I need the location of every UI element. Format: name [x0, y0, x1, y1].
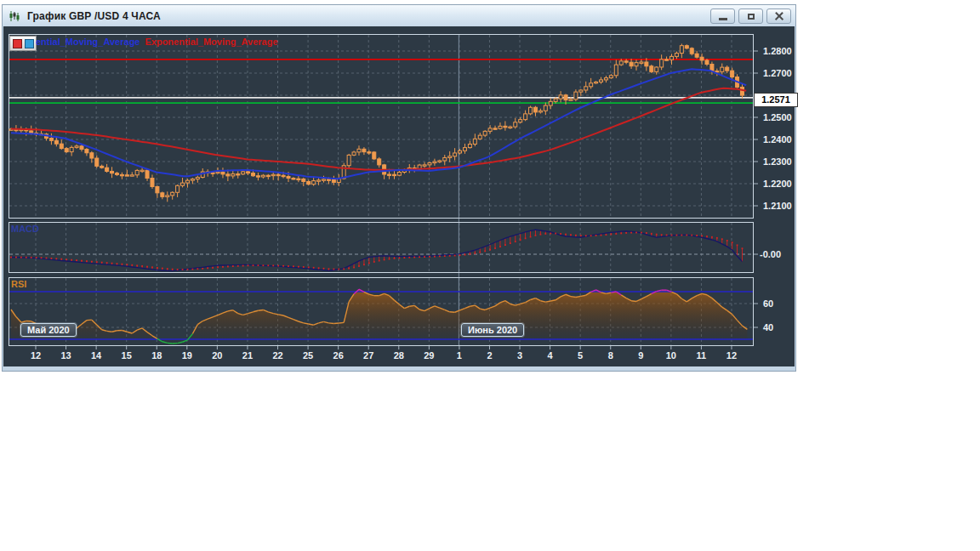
svg-text:5: 5 — [578, 350, 583, 361]
macd-panel-label: MACD — [11, 224, 39, 234]
svg-text:8: 8 — [608, 350, 613, 361]
svg-text:28: 28 — [394, 350, 404, 361]
svg-text:12: 12 — [726, 350, 737, 361]
svg-text:22: 22 — [272, 350, 282, 361]
price-levels — [9, 60, 753, 103]
legend-color-chips[interactable] — [9, 36, 37, 51]
svg-text:-0.00: -0.00 — [760, 249, 781, 259]
svg-text:26: 26 — [333, 350, 344, 361]
svg-text:1.2800: 1.2800 — [763, 46, 792, 56]
svg-text:12: 12 — [31, 350, 41, 361]
month-label-may: Май 2020 — [20, 323, 77, 337]
svg-text:4: 4 — [548, 350, 554, 361]
svg-text:13: 13 — [60, 350, 71, 361]
svg-text:29: 29 — [424, 350, 434, 361]
svg-text:2: 2 — [487, 350, 492, 361]
current-price-badge: 1.2571 — [754, 93, 798, 107]
svg-text:1.2100: 1.2100 — [763, 201, 792, 211]
chart-canvas[interactable]: 1.28001.27001.25001.24001.23001.22001.21… — [0, 0, 980, 551]
rsi-panel-label: RSI — [11, 279, 26, 289]
svg-text:1.2200: 1.2200 — [763, 179, 792, 189]
svg-text:18: 18 — [151, 350, 162, 361]
svg-text:19: 19 — [182, 350, 192, 361]
svg-text:1.2300: 1.2300 — [763, 156, 792, 167]
svg-text:40: 40 — [763, 322, 773, 332]
svg-text:27: 27 — [363, 350, 373, 361]
svg-text:1: 1 — [457, 350, 462, 361]
rsi-plot — [9, 289, 753, 344]
svg-text:21: 21 — [242, 350, 253, 361]
svg-text:20: 20 — [212, 350, 222, 361]
svg-text:11: 11 — [697, 350, 707, 361]
svg-text:60: 60 — [763, 298, 773, 309]
svg-text:1.2400: 1.2400 — [763, 134, 792, 145]
legend-chip-blue[interactable] — [25, 39, 34, 48]
svg-text:3: 3 — [517, 350, 522, 361]
svg-text:1.2500: 1.2500 — [763, 112, 792, 122]
ema-line-Exponential_Moving_Average_slow — [11, 88, 746, 170]
svg-text:1.2700: 1.2700 — [763, 68, 792, 78]
svg-text:15: 15 — [122, 350, 132, 361]
svg-text:25: 25 — [303, 350, 313, 361]
svg-text:9: 9 — [638, 350, 643, 361]
macd-plot — [10, 230, 743, 271]
legend-chip-red[interactable] — [13, 39, 22, 48]
indicator-legend: ential_Moving_AverageExponential_Moving_… — [36, 37, 278, 47]
svg-text:14: 14 — [91, 350, 102, 361]
candles — [9, 43, 744, 202]
month-label-june: Июнь 2020 — [461, 323, 524, 337]
legend-label-ema-slow: Exponential_Moving_Average — [145, 37, 277, 47]
svg-text:10: 10 — [666, 350, 676, 361]
legend-label-ema-fast: ential_Moving_Average — [36, 37, 140, 47]
